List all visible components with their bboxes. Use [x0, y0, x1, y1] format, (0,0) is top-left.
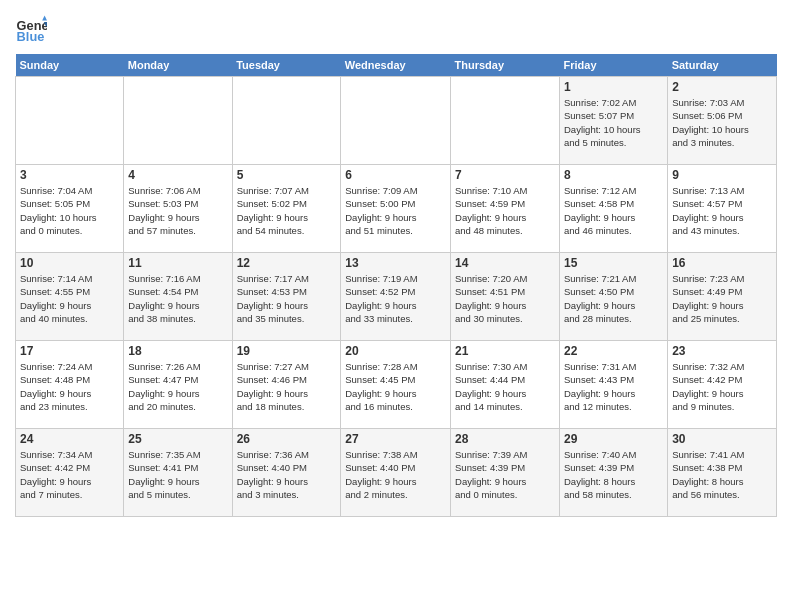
day-info: Sunrise: 7:23 AM Sunset: 4:49 PM Dayligh… [672, 272, 772, 325]
calendar-week-row: 1Sunrise: 7:02 AM Sunset: 5:07 PM Daylig… [16, 77, 777, 165]
day-info: Sunrise: 7:04 AM Sunset: 5:05 PM Dayligh… [20, 184, 119, 237]
calendar-cell: 26Sunrise: 7:36 AM Sunset: 4:40 PM Dayli… [232, 429, 341, 517]
day-info: Sunrise: 7:02 AM Sunset: 5:07 PM Dayligh… [564, 96, 663, 149]
calendar-week-row: 17Sunrise: 7:24 AM Sunset: 4:48 PM Dayli… [16, 341, 777, 429]
day-info: Sunrise: 7:39 AM Sunset: 4:39 PM Dayligh… [455, 448, 555, 501]
day-number: 5 [237, 168, 337, 182]
calendar-cell [451, 77, 560, 165]
calendar-day-header: Thursday [451, 54, 560, 77]
day-number: 9 [672, 168, 772, 182]
day-info: Sunrise: 7:09 AM Sunset: 5:00 PM Dayligh… [345, 184, 446, 237]
day-info: Sunrise: 7:36 AM Sunset: 4:40 PM Dayligh… [237, 448, 337, 501]
calendar-cell: 27Sunrise: 7:38 AM Sunset: 4:40 PM Dayli… [341, 429, 451, 517]
day-info: Sunrise: 7:41 AM Sunset: 4:38 PM Dayligh… [672, 448, 772, 501]
logo-icon: General Blue [15, 14, 47, 46]
calendar-cell: 4Sunrise: 7:06 AM Sunset: 5:03 PM Daylig… [124, 165, 232, 253]
calendar-cell: 3Sunrise: 7:04 AM Sunset: 5:05 PM Daylig… [16, 165, 124, 253]
day-info: Sunrise: 7:07 AM Sunset: 5:02 PM Dayligh… [237, 184, 337, 237]
day-number: 11 [128, 256, 227, 270]
calendar-cell: 2Sunrise: 7:03 AM Sunset: 5:06 PM Daylig… [668, 77, 777, 165]
calendar-cell: 15Sunrise: 7:21 AM Sunset: 4:50 PM Dayli… [560, 253, 668, 341]
calendar-header-row: SundayMondayTuesdayWednesdayThursdayFrid… [16, 54, 777, 77]
calendar-cell: 30Sunrise: 7:41 AM Sunset: 4:38 PM Dayli… [668, 429, 777, 517]
day-info: Sunrise: 7:32 AM Sunset: 4:42 PM Dayligh… [672, 360, 772, 413]
day-info: Sunrise: 7:10 AM Sunset: 4:59 PM Dayligh… [455, 184, 555, 237]
day-info: Sunrise: 7:16 AM Sunset: 4:54 PM Dayligh… [128, 272, 227, 325]
day-number: 2 [672, 80, 772, 94]
calendar-cell: 14Sunrise: 7:20 AM Sunset: 4:51 PM Dayli… [451, 253, 560, 341]
calendar-cell: 11Sunrise: 7:16 AM Sunset: 4:54 PM Dayli… [124, 253, 232, 341]
day-info: Sunrise: 7:19 AM Sunset: 4:52 PM Dayligh… [345, 272, 446, 325]
calendar-cell: 9Sunrise: 7:13 AM Sunset: 4:57 PM Daylig… [668, 165, 777, 253]
calendar-table: SundayMondayTuesdayWednesdayThursdayFrid… [15, 54, 777, 517]
calendar-cell: 23Sunrise: 7:32 AM Sunset: 4:42 PM Dayli… [668, 341, 777, 429]
calendar-day-header: Friday [560, 54, 668, 77]
day-number: 17 [20, 344, 119, 358]
logo: General Blue [15, 14, 47, 46]
calendar-cell: 24Sunrise: 7:34 AM Sunset: 4:42 PM Dayli… [16, 429, 124, 517]
calendar-cell: 1Sunrise: 7:02 AM Sunset: 5:07 PM Daylig… [560, 77, 668, 165]
day-info: Sunrise: 7:24 AM Sunset: 4:48 PM Dayligh… [20, 360, 119, 413]
day-info: Sunrise: 7:21 AM Sunset: 4:50 PM Dayligh… [564, 272, 663, 325]
calendar-cell: 22Sunrise: 7:31 AM Sunset: 4:43 PM Dayli… [560, 341, 668, 429]
day-info: Sunrise: 7:26 AM Sunset: 4:47 PM Dayligh… [128, 360, 227, 413]
calendar-day-header: Wednesday [341, 54, 451, 77]
calendar-cell: 6Sunrise: 7:09 AM Sunset: 5:00 PM Daylig… [341, 165, 451, 253]
calendar-cell: 13Sunrise: 7:19 AM Sunset: 4:52 PM Dayli… [341, 253, 451, 341]
calendar-cell: 8Sunrise: 7:12 AM Sunset: 4:58 PM Daylig… [560, 165, 668, 253]
day-number: 10 [20, 256, 119, 270]
day-number: 3 [20, 168, 119, 182]
calendar-week-row: 24Sunrise: 7:34 AM Sunset: 4:42 PM Dayli… [16, 429, 777, 517]
day-info: Sunrise: 7:35 AM Sunset: 4:41 PM Dayligh… [128, 448, 227, 501]
day-number: 6 [345, 168, 446, 182]
day-number: 4 [128, 168, 227, 182]
day-info: Sunrise: 7:40 AM Sunset: 4:39 PM Dayligh… [564, 448, 663, 501]
day-info: Sunrise: 7:30 AM Sunset: 4:44 PM Dayligh… [455, 360, 555, 413]
day-number: 21 [455, 344, 555, 358]
calendar-cell: 21Sunrise: 7:30 AM Sunset: 4:44 PM Dayli… [451, 341, 560, 429]
day-info: Sunrise: 7:31 AM Sunset: 4:43 PM Dayligh… [564, 360, 663, 413]
calendar-cell: 17Sunrise: 7:24 AM Sunset: 4:48 PM Dayli… [16, 341, 124, 429]
calendar-cell [341, 77, 451, 165]
calendar-cell: 7Sunrise: 7:10 AM Sunset: 4:59 PM Daylig… [451, 165, 560, 253]
day-info: Sunrise: 7:03 AM Sunset: 5:06 PM Dayligh… [672, 96, 772, 149]
calendar-day-header: Monday [124, 54, 232, 77]
calendar-cell: 19Sunrise: 7:27 AM Sunset: 4:46 PM Dayli… [232, 341, 341, 429]
day-number: 8 [564, 168, 663, 182]
calendar-cell: 18Sunrise: 7:26 AM Sunset: 4:47 PM Dayli… [124, 341, 232, 429]
calendar-cell [232, 77, 341, 165]
calendar-day-header: Tuesday [232, 54, 341, 77]
day-number: 26 [237, 432, 337, 446]
day-number: 12 [237, 256, 337, 270]
day-number: 23 [672, 344, 772, 358]
day-number: 19 [237, 344, 337, 358]
calendar-cell: 12Sunrise: 7:17 AM Sunset: 4:53 PM Dayli… [232, 253, 341, 341]
day-info: Sunrise: 7:28 AM Sunset: 4:45 PM Dayligh… [345, 360, 446, 413]
day-info: Sunrise: 7:20 AM Sunset: 4:51 PM Dayligh… [455, 272, 555, 325]
day-number: 29 [564, 432, 663, 446]
calendar-cell: 25Sunrise: 7:35 AM Sunset: 4:41 PM Dayli… [124, 429, 232, 517]
day-number: 24 [20, 432, 119, 446]
day-info: Sunrise: 7:12 AM Sunset: 4:58 PM Dayligh… [564, 184, 663, 237]
calendar-cell: 20Sunrise: 7:28 AM Sunset: 4:45 PM Dayli… [341, 341, 451, 429]
calendar-cell [16, 77, 124, 165]
page-header: General Blue [15, 10, 777, 46]
day-number: 30 [672, 432, 772, 446]
day-number: 27 [345, 432, 446, 446]
day-info: Sunrise: 7:34 AM Sunset: 4:42 PM Dayligh… [20, 448, 119, 501]
day-number: 14 [455, 256, 555, 270]
calendar-cell: 29Sunrise: 7:40 AM Sunset: 4:39 PM Dayli… [560, 429, 668, 517]
calendar-cell: 5Sunrise: 7:07 AM Sunset: 5:02 PM Daylig… [232, 165, 341, 253]
day-info: Sunrise: 7:38 AM Sunset: 4:40 PM Dayligh… [345, 448, 446, 501]
day-info: Sunrise: 7:27 AM Sunset: 4:46 PM Dayligh… [237, 360, 337, 413]
calendar-day-header: Sunday [16, 54, 124, 77]
day-number: 20 [345, 344, 446, 358]
day-number: 7 [455, 168, 555, 182]
day-number: 13 [345, 256, 446, 270]
day-number: 28 [455, 432, 555, 446]
calendar-week-row: 10Sunrise: 7:14 AM Sunset: 4:55 PM Dayli… [16, 253, 777, 341]
day-number: 22 [564, 344, 663, 358]
day-number: 16 [672, 256, 772, 270]
day-number: 15 [564, 256, 663, 270]
day-info: Sunrise: 7:17 AM Sunset: 4:53 PM Dayligh… [237, 272, 337, 325]
